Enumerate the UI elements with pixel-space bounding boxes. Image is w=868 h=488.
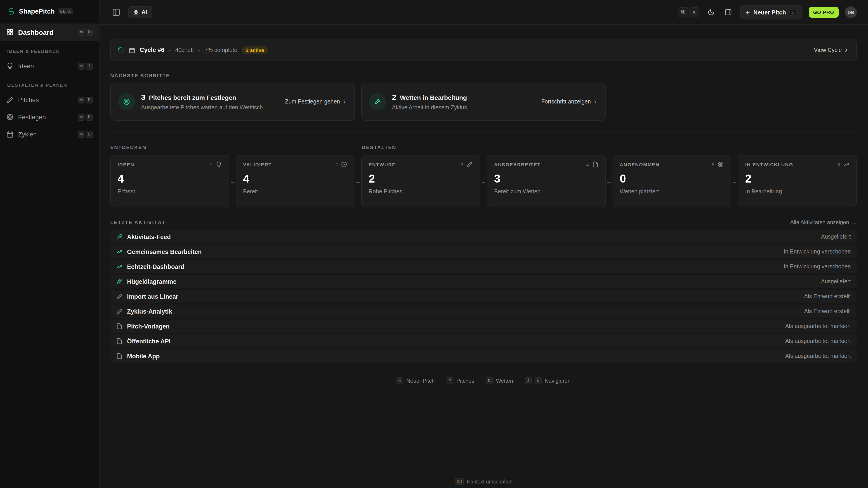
sidebar-item-label: Festlegen <box>18 113 46 121</box>
stat-value: 2 <box>369 173 473 184</box>
sidebar-item-zyklen[interactable]: Zyklen M C <box>0 126 99 143</box>
active-count-badge: 2 active <box>242 46 268 54</box>
stat-card-entwurf[interactable]: ENTWURF 3 2 Rohe Pitches <box>362 155 480 207</box>
activity-row[interactable]: Zyklus-Analytik Als Entwurf erstellt <box>110 304 857 318</box>
app-logo[interactable]: ShapePitch BETA <box>0 0 99 24</box>
stat-card-validiert[interactable]: VALIDIERT 2 4 Bereit <box>236 155 354 207</box>
stat-value: 4 <box>118 173 222 184</box>
go-to-betting-link[interactable]: Zum Festlegen gehen <box>285 98 347 105</box>
shortcut-badge: M D <box>78 29 93 35</box>
sidebar-item-pitches[interactable]: Pitches M P <box>0 91 99 108</box>
shortcut-badge: M B <box>78 113 93 121</box>
activity-row[interactable]: Gemeinsames Bearbeiten In Entwicklung ve… <box>110 245 857 258</box>
sidebar-item-label: Ideen <box>18 62 34 70</box>
activity-status: Ausgeliefert <box>821 278 851 285</box>
sidebar-item-ideen[interactable]: Ideen M I <box>0 57 99 74</box>
activity-list: Aktivitäts-Feed Ausgeliefert Gemeinsames… <box>110 230 857 363</box>
k-key: K <box>689 7 699 17</box>
flow-arrow-icon: → <box>606 155 612 207</box>
arrow-right-icon: → <box>851 219 857 225</box>
cycle-banner: Cycle #6 • 40d left • 7% complete 2 acti… <box>110 39 857 61</box>
stat-sublabel: Erfasst <box>118 188 222 195</box>
activity-row[interactable]: Pitch-Vorlagen Als ausgearbeitet markier… <box>110 320 857 333</box>
command-palette-shortcut[interactable]: ⌘ K <box>677 7 699 17</box>
topbar: AI ⌘ K + Neuer Pitch C <box>99 0 868 25</box>
card-title: Pitches bereit zum Festlegen <box>149 94 236 101</box>
activity-status: Als ausgearbeitet markiert <box>785 338 851 344</box>
go-pro-button[interactable]: GO PRO <box>809 7 839 18</box>
flow-arrow-icon: → <box>355 155 362 207</box>
stat-card-ausgearbeitet[interactable]: AUSGEARBEITET 4 3 Bereit zum Wetten <box>487 155 606 207</box>
trending-up-icon <box>116 263 123 270</box>
chevron-right-icon <box>593 99 598 104</box>
sidebar-item-dashboard[interactable]: Dashboard M D <box>0 24 99 41</box>
sidebar-item-label: Pitches <box>18 96 39 103</box>
sidebar-item-label: Zyklen <box>18 131 37 138</box>
activity-row[interactable]: Öffentliche API Als ausgearbeitet markie… <box>110 334 857 348</box>
trending-up-icon <box>843 161 849 168</box>
pencil-icon <box>116 293 123 300</box>
activity-heading: LETZTE AKTIVITÄT <box>110 220 166 225</box>
sidebar: ShapePitch BETA Dashboard M D IDEEN & FE… <box>0 0 99 488</box>
stat-card-ideen[interactable]: IDEEN 1 4 Erfasst <box>110 155 229 207</box>
keyboard-hints: N Neuer Pitch P Pitches B Wetten J K Nav… <box>110 377 857 384</box>
main-area: AI ⌘ K + Neuer Pitch C <box>99 0 868 488</box>
user-avatar[interactable]: DB <box>845 6 857 18</box>
activity-status: In Entwicklung verschoben <box>784 249 851 255</box>
new-pitch-button[interactable]: + Neuer Pitch C <box>740 5 802 20</box>
stat-sublabel: Bereit <box>243 188 347 195</box>
document-icon <box>116 353 123 359</box>
separator-dot: • <box>169 47 171 53</box>
hint-navigieren: J K Navigieren <box>525 377 571 384</box>
ai-context-button[interactable]: AI <box>128 6 152 18</box>
panel-right-icon <box>724 8 732 16</box>
pencil-icon <box>467 161 473 168</box>
card-count: 2 <box>392 93 396 102</box>
panel-left-icon <box>112 8 120 16</box>
activity-row[interactable]: Aktivitäts-Feed Ausgeliefert <box>110 230 857 243</box>
stat-value: 4 <box>243 173 347 184</box>
activity-row[interactable]: Mobile App Als ausgearbeitet markiert <box>110 349 857 363</box>
view-cycle-link[interactable]: View Cycle <box>814 47 849 53</box>
activity-status: In Entwicklung verschoben <box>784 263 851 270</box>
beta-badge: BETA <box>58 8 73 14</box>
sidebar-item-festlegen[interactable]: Festlegen M B <box>0 108 99 126</box>
activity-row[interactable]: Hügeldiagramme Ausgeliefert <box>110 275 857 288</box>
activity-row[interactable]: Import aus Linear Als Entwurf erstellt <box>110 290 857 303</box>
sidebar-toggle-button[interactable] <box>110 6 122 18</box>
next-steps-heading: NÄCHSTE SCHRITTE <box>110 73 857 78</box>
stat-sublabel: Bereit zum Wetten <box>494 188 598 195</box>
cycle-complete-percent: 7% complete <box>205 47 237 53</box>
card-count: 3 <box>141 93 145 102</box>
rocket-icon <box>116 278 123 285</box>
show-progress-link[interactable]: Fortschritt anzeigen <box>541 98 598 105</box>
theme-toggle-button[interactable] <box>706 7 716 18</box>
activity-row[interactable]: Echtzeit-Dashboard In Entwicklung versch… <box>110 260 857 273</box>
document-icon <box>592 161 598 168</box>
stat-card-angenommen[interactable]: ANGENOMMEN 5 0 Wetten platziert <box>612 155 731 207</box>
shortcut-badge: M I <box>78 63 93 69</box>
cmd-key: ⌘ <box>677 7 688 17</box>
next-step-card-festlegen[interactable]: 3 Pitches bereit zum Festlegen Ausgearbe… <box>110 83 355 121</box>
hint-wetten: B Wetten <box>486 377 513 384</box>
pipeline-cards: IDEEN 1 4 Erfasst → VALIDIERT 2 <box>110 155 857 207</box>
cycle-days-left: 40d left <box>175 47 194 53</box>
stat-card-in-entwicklung[interactable]: IN ENTWICKLUNG 6 2 In Bearbeitung <box>738 155 857 207</box>
next-step-card-wetten[interactable]: 2 Wetten in Bearbeitung Aktive Arbeit in… <box>361 83 606 121</box>
activity-status: Als ausgearbeitet markiert <box>785 353 851 359</box>
content: Cycle #6 • 40d left • 7% complete 2 acti… <box>99 25 868 488</box>
activity-status: Als Entwurf erstellt <box>804 308 851 315</box>
app-root: ShapePitch BETA Dashboard M D IDEEN & FE… <box>0 0 868 488</box>
stat-value: 3 <box>494 173 598 184</box>
shortcut-badge: M C <box>78 131 93 138</box>
view-all-activities-link[interactable]: Alle Aktivitäten anzeigen → <box>790 219 857 225</box>
new-pitch-label: Neuer Pitch <box>753 9 786 15</box>
cycle-title: Cycle #6 <box>140 46 164 53</box>
cycle-progress-ring-icon <box>117 45 125 54</box>
target-icon <box>6 113 13 121</box>
lightbulb-icon <box>6 62 13 70</box>
context-shortcut-key: ⌘I <box>455 478 464 485</box>
flow-arrow-icon: → <box>229 155 236 207</box>
app-name: ShapePitch <box>19 8 55 15</box>
panel-toggle-button[interactable] <box>723 7 734 18</box>
